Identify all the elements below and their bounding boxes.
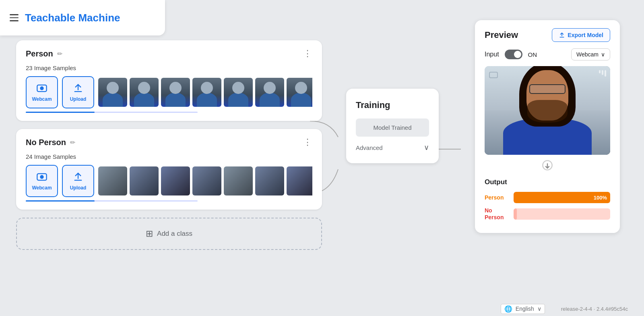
person-upload-button[interactable]: Upload [62, 76, 94, 108]
language-label: English [516, 306, 534, 312]
globe-icon: 🌐 [504, 305, 512, 313]
no-person-thumb-1 [98, 166, 127, 195]
person-thumb-4 [192, 78, 221, 107]
class-name-row-no-person: No Person ✏ [26, 138, 75, 147]
webcam-feed [485, 66, 610, 155]
svg-point-4 [40, 175, 43, 179]
person-samples-row: Webcam Upload [26, 76, 312, 108]
person-class-card: Person ✏ ⋮ 23 Image Samples Webcam Uploa… [16, 40, 322, 121]
app-header: Teachable Machine [0, 0, 165, 35]
training-panel: Training Model Trained Advanced ∨ [346, 89, 439, 163]
train-button[interactable]: Model Trained [356, 118, 429, 137]
down-arrow-icon [485, 160, 610, 173]
input-label: Input [485, 51, 499, 58]
training-title: Training [356, 100, 429, 110]
no-person-thumb-5 [224, 166, 253, 195]
no-person-sample-count: 24 Image Samples [26, 153, 312, 160]
hamburger-menu[interactable] [10, 14, 19, 21]
preview-header: Preview Export Model [485, 28, 610, 42]
add-class-text: Add a class [157, 230, 192, 238]
person-scroll-indicator[interactable] [26, 112, 198, 113]
more-no-person-icon[interactable]: ⋮ [303, 137, 312, 148]
app-title: Teachable Machine [25, 12, 120, 24]
footer: 🌐 English ∨ release-2-4-4 · 2.4.4#95c54c [0, 301, 644, 316]
input-row: Input ON Webcam ∨ [485, 48, 610, 60]
webcam-select-label: Webcam [576, 51, 599, 58]
class-name-no-person: No Person [26, 138, 66, 147]
input-toggle[interactable] [505, 50, 522, 59]
add-class-label: ⊞ Add a class [146, 229, 192, 239]
no-person-samples-row: Webcam Upload [26, 165, 312, 197]
no-person-thumbnails [98, 166, 312, 195]
edit-person-icon[interactable]: ✏ [57, 50, 62, 58]
output-bar-fill-person: 100% [514, 192, 610, 203]
webcam-select[interactable]: Webcam ∨ [571, 48, 610, 60]
webcam-signal-dots [599, 70, 606, 77]
person-thumbnails [98, 78, 312, 107]
no-person-upload-button[interactable]: Upload [62, 165, 94, 197]
no-person-thumb-4 [192, 166, 221, 195]
person-head-area [519, 66, 576, 127]
add-plus-icon: ⊞ [146, 229, 153, 239]
no-person-thumb-2 [130, 166, 159, 195]
person-thumb-2 [130, 78, 159, 107]
person-thumb-7 [287, 78, 312, 107]
no-person-class-card: No Person ✏ ⋮ 24 Image Samples Webcam Up… [16, 129, 322, 210]
no-person-scroll-indicator[interactable] [26, 200, 198, 202]
advanced-row[interactable]: Advanced ∨ [356, 143, 429, 152]
person-webcam-button[interactable]: Webcam [26, 76, 58, 108]
preview-title: Preview [485, 30, 518, 40]
upload-btn-label: Upload [70, 96, 87, 102]
output-bar-bg-no-person [514, 208, 610, 220]
output-row-person: Person 100% [485, 192, 610, 203]
lang-chevron-icon: ∨ [537, 306, 541, 312]
no-person-thumb-6 [255, 166, 284, 195]
output-label-no-person: No Person [485, 207, 509, 221]
chevron-down-icon: ∨ [424, 143, 429, 152]
webcam-select-chevron: ∨ [601, 51, 605, 58]
toggle-thumb [514, 51, 521, 58]
more-person-icon[interactable]: ⋮ [303, 48, 312, 59]
person-thumb-5 [224, 78, 253, 107]
class-name-person: Person [26, 49, 53, 58]
class-cards-container: Person ✏ ⋮ 23 Image Samples Webcam Uploa… [16, 40, 322, 250]
advanced-label: Advanced [356, 144, 383, 151]
person-thumb-3 [161, 78, 190, 107]
class-header-person: Person ✏ ⋮ [26, 48, 312, 59]
output-bar-fill-no-person [514, 208, 517, 220]
webcam-btn-label: Webcam [32, 96, 52, 102]
no-person-webcam-button[interactable]: Webcam [26, 165, 58, 197]
webcam-overlay-icon [489, 70, 498, 81]
language-select[interactable]: 🌐 English ∨ [501, 304, 545, 314]
person-thumb-6 [255, 78, 284, 107]
no-person-thumb-7 [287, 166, 312, 195]
export-icon [559, 32, 565, 38]
preview-panel: Preview Export Model Input ON Webcam ∨ [475, 20, 620, 233]
class-name-row-person: Person ✏ [26, 49, 62, 58]
release-info: release-2-4-4 · 2.4.4#95c54c [561, 306, 628, 312]
output-bar-bg-person: 100% [514, 192, 610, 203]
svg-rect-5 [74, 180, 82, 181]
export-btn-label: Export Model [568, 32, 603, 38]
person-thumb-1 [98, 78, 127, 107]
no-person-thumb-3 [161, 166, 190, 195]
output-label-no-person-text: No Person [485, 207, 504, 220]
add-class-card[interactable]: ⊞ Add a class [16, 218, 322, 250]
output-label-person: Person [485, 194, 509, 201]
output-percent-person: 100% [594, 195, 607, 201]
no-person-upload-label: Upload [70, 185, 87, 191]
class-header-no-person: No Person ✏ ⋮ [26, 137, 312, 148]
svg-point-1 [40, 86, 43, 90]
edit-no-person-icon[interactable]: ✏ [70, 139, 75, 146]
export-model-button[interactable]: Export Model [552, 28, 610, 42]
svg-rect-6 [489, 72, 497, 78]
output-title: Output [485, 178, 610, 186]
person-sample-count: 23 Image Samples [26, 64, 312, 71]
output-row-no-person: No Person [485, 207, 610, 221]
no-person-webcam-label: Webcam [32, 185, 52, 191]
svg-rect-2 [74, 91, 82, 92]
on-label: ON [528, 51, 537, 58]
